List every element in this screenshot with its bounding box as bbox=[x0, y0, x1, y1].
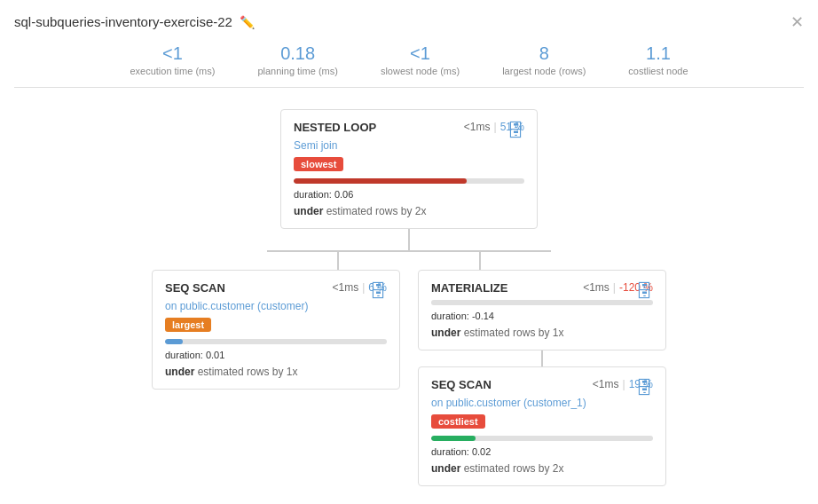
page-container: { "title": "sql-subqueries-inventory-exe… bbox=[0, 0, 818, 504]
page-title: sql-subqueries-inventory-exercise-22 bbox=[14, 14, 232, 29]
connector-materialize-seqscan bbox=[541, 350, 543, 366]
db-icon-materialize: 🗄 bbox=[635, 281, 653, 302]
node-subtitle-left: on public.customer (customer) bbox=[165, 300, 387, 312]
estimated-text-right-bottom: under estimated rows by 2x bbox=[431, 462, 653, 475]
edit-icon[interactable]: ✏️ bbox=[240, 15, 255, 29]
stat-execution-time: <1 execution time (ms) bbox=[130, 43, 215, 76]
level-1: NESTED LOOP <1ms|51 % Semi join slowest … bbox=[32, 109, 786, 229]
branch-drops bbox=[267, 252, 551, 270]
progress-bar bbox=[294, 178, 467, 184]
estimated-text-left: under estimated rows by 1x bbox=[165, 366, 387, 378]
root-connector bbox=[32, 229, 786, 270]
level-2: SEQ SCAN <1ms|6 % on public.customer (cu… bbox=[152, 270, 666, 486]
stat-largest-node: 8 largest node (rows) bbox=[502, 43, 586, 76]
stat-planning-time: 0.18 planning time (ms) bbox=[257, 43, 337, 76]
horizontal-branch bbox=[267, 250, 551, 252]
progress-bar-right-bottom bbox=[431, 436, 476, 441]
largest-badge: largest bbox=[165, 318, 211, 332]
progress-bar-container bbox=[294, 178, 524, 184]
node-seq-scan-right: SEQ SCAN <1ms|19 % on public.customer (c… bbox=[418, 366, 666, 486]
db-icon: 🗄 bbox=[507, 121, 524, 141]
node-title-materialize: MATERIALIZE bbox=[431, 281, 507, 295]
costliest-badge: costliest bbox=[431, 414, 485, 429]
node-header-materialize: MATERIALIZE <1ms|-120 % bbox=[431, 281, 653, 295]
node-subtitle: Semi join bbox=[294, 139, 524, 152]
estimated-text-materialize: under estimated rows by 1x bbox=[431, 327, 653, 339]
stat-slowest-node: <1 slowest node (ms) bbox=[381, 43, 460, 76]
duration-text-right-bottom: duration: 0.02 bbox=[431, 446, 653, 457]
slowest-badge: slowest bbox=[294, 157, 343, 171]
tree-container: NESTED LOOP <1ms|51 % Semi join slowest … bbox=[14, 109, 804, 486]
duration-text-left: duration: 0.01 bbox=[165, 350, 387, 360]
node-seq-scan-left: SEQ SCAN <1ms|6 % on public.customer (cu… bbox=[152, 270, 400, 390]
node-header: NESTED LOOP <1ms|51 % bbox=[294, 121, 524, 134]
duration-text: duration: 0.06 bbox=[294, 189, 524, 200]
stats-row: <1 execution time (ms) 0.18 planning tim… bbox=[14, 43, 804, 88]
progress-bar-left bbox=[165, 339, 183, 344]
db-icon-right-bottom: 🗄 bbox=[635, 378, 653, 398]
node-title: NESTED LOOP bbox=[294, 121, 376, 134]
progress-bar-container-left bbox=[165, 339, 387, 344]
close-button[interactable]: ✕ bbox=[790, 14, 804, 30]
node-materialize: MATERIALIZE <1ms|-120 % 🗄 duration: -0.1… bbox=[418, 270, 666, 350]
node-title-right-bottom: SEQ SCAN bbox=[431, 378, 492, 391]
duration-text-materialize: duration: -0.14 bbox=[431, 311, 653, 321]
right-stack: MATERIALIZE <1ms|-120 % 🗄 duration: -0.1… bbox=[418, 270, 666, 486]
estimated-text: under estimated rows by 2x bbox=[294, 205, 524, 217]
right-drop bbox=[479, 252, 481, 270]
progress-bar-container-materialize bbox=[431, 300, 653, 305]
stat-costliest-node: 1.1 costliest node bbox=[628, 43, 688, 76]
db-icon-left: 🗄 bbox=[369, 281, 387, 302]
progress-bar-container-right-bottom bbox=[431, 436, 653, 441]
left-drop bbox=[337, 252, 339, 270]
node-header-left: SEQ SCAN <1ms|6 % bbox=[165, 281, 387, 295]
node-subtitle-right-bottom: on public.customer (customer_1) bbox=[431, 397, 653, 409]
node-nested-loop: NESTED LOOP <1ms|51 % Semi join slowest … bbox=[280, 109, 538, 229]
node-header-right-bottom: SEQ SCAN <1ms|19 % bbox=[431, 378, 653, 391]
connector-v-root bbox=[408, 229, 410, 250]
node-title-left: SEQ SCAN bbox=[165, 281, 225, 295]
title-row: sql-subqueries-inventory-exercise-22 ✏️ bbox=[14, 14, 804, 29]
